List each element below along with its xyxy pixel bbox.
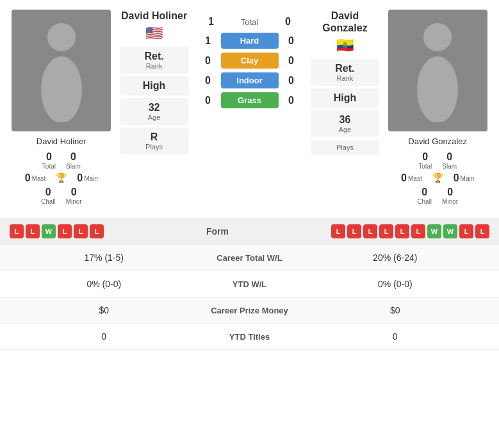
player2-high-box: High	[311, 88, 380, 108]
hard-button[interactable]: Hard	[221, 33, 279, 49]
stats-row: 0YTD Titles0	[0, 324, 499, 350]
form-badge-p2: L	[459, 224, 473, 238]
clay-button[interactable]: Clay	[221, 53, 279, 69]
player2-slam-label: Slam	[442, 163, 457, 170]
trophy-icon-2: 🏆	[432, 172, 443, 184]
total-left: 1	[199, 16, 224, 28]
svg-point-0	[47, 23, 76, 51]
player1-chall-label: Chall	[41, 198, 56, 205]
grass-button[interactable]: Grass	[221, 92, 279, 108]
player1-silhouette	[36, 19, 87, 122]
stats-center-label: Career Total W/L	[199, 253, 301, 263]
form-badge-p1: L	[74, 224, 88, 238]
stats-row: $0Career Prize Money$0	[0, 297, 499, 324]
player1-rank-box: Ret. Rank	[120, 47, 189, 74]
form-badge-p1: W	[42, 224, 56, 238]
form-badge-p2: W	[443, 224, 457, 238]
stats-table: 17% (1-5)Career Total W/L20% (6-24)0% (0…	[0, 245, 499, 350]
player2-trophy-row: 0 Mast 🏆 0 Main	[401, 172, 474, 184]
hard-row: 1 Hard 0	[195, 33, 304, 49]
stats-left-value: 17% (1-5)	[10, 253, 199, 263]
form-badge-p2: L	[379, 224, 393, 238]
svg-point-1	[41, 56, 82, 122]
player1-rank-value: Ret.	[126, 51, 183, 62]
player2-rank-label: Rank	[317, 74, 373, 82]
player1-slam-group: 0 Slam	[66, 151, 81, 170]
player2-minor-group: 0 Minor	[442, 187, 458, 205]
indoor-right: 0	[279, 75, 304, 87]
player2-form-badges: LLLLLLWWLL	[331, 224, 489, 238]
player2-silhouette	[412, 19, 463, 122]
player1-mast-group: 0 Mast	[25, 172, 46, 184]
player1-plays-value: R	[126, 131, 183, 143]
form-badge-p1: L	[90, 224, 104, 238]
player1-slam-label: Slam	[66, 163, 81, 170]
stats-right-value: 0% (0-0)	[301, 279, 490, 289]
form-label: Form	[206, 226, 229, 236]
player1-rank-label: Rank	[126, 62, 183, 70]
clay-left: 0	[195, 55, 221, 67]
player2-chall-value: 0	[417, 187, 432, 198]
player2-plays-box: Plays	[311, 140, 380, 155]
player2-minor-value: 0	[442, 187, 458, 198]
player1-name: David Holiner	[37, 137, 86, 146]
player2-age-value: 36	[317, 114, 373, 126]
hard-right: 0	[279, 35, 304, 47]
stats-left-value: 0% (0-0)	[10, 279, 199, 289]
player2-total-group: 0 Total	[418, 151, 432, 170]
clay-right: 0	[279, 55, 304, 67]
clay-row: 0 Clay 0	[195, 53, 304, 69]
stats-left-value: 0	[10, 331, 199, 342]
stats-row: 17% (1-5)Career Total W/L20% (6-24)	[0, 245, 499, 271]
form-badge-p2: L	[331, 224, 345, 238]
player2-total-label: Total	[418, 163, 432, 170]
player1-slam-value: 0	[66, 151, 81, 163]
player2-chall-label: Chall	[417, 198, 432, 205]
player2-card: David Gonzalez 0 Total 0 Slam 0 Mast 🏆	[382, 10, 493, 205]
player1-chall-group: 0 Chall	[41, 187, 56, 205]
main-container: David Holiner 0 Total 0 Slam 0 Mast 🏆	[0, 0, 499, 350]
player2-flag: 🇪🇨	[336, 37, 354, 54]
player1-card: David Holiner 0 Total 0 Slam 0 Mast 🏆	[6, 10, 117, 205]
player2-main-label: Main	[461, 175, 475, 182]
stats-right-value: 20% (6-24)	[301, 253, 490, 263]
form-badge-p1: L	[10, 224, 24, 238]
player2-name: David Gonzalez	[408, 137, 467, 146]
trophy-icon-1: 🏆	[56, 172, 67, 184]
total-right: 0	[275, 16, 301, 28]
player1-plays-box: R Plays	[120, 128, 189, 154]
stats-left-value: $0	[10, 305, 199, 315]
player1-high-value: High	[126, 80, 183, 92]
svg-point-2	[423, 23, 452, 51]
player1-age-box: 32 Age	[120, 98, 189, 125]
player2-mast-value: 0	[401, 172, 407, 184]
player1-minor-label: Minor	[66, 198, 82, 205]
player2-age-label: Age	[317, 126, 373, 133]
player2-mast-label: Mast	[408, 175, 422, 182]
player2-mast-group: 0 Mast	[401, 172, 422, 184]
form-badge-p2: L	[411, 224, 425, 238]
player1-photo	[12, 10, 111, 131]
player1-main-value: 0	[77, 172, 83, 184]
player1-minor-group: 0 Minor	[66, 187, 82, 205]
player2-name-header: David Gonzalez	[311, 10, 380, 34]
player1-total-value: 0	[42, 151, 56, 163]
form-badge-p2: L	[347, 224, 361, 238]
player1-high-box: High	[120, 76, 189, 95]
player2-main-group: 0 Main	[454, 172, 475, 184]
player1-total-label: Total	[42, 163, 56, 170]
player2-main-value: 0	[454, 172, 459, 184]
player2-slam-value: 0	[442, 151, 457, 163]
total-row: 1 Total 0	[195, 16, 304, 28]
indoor-button[interactable]: Indoor	[221, 72, 279, 88]
player1-name-header: David Holiner	[121, 10, 187, 22]
player2-rank-value: Ret.	[317, 63, 373, 74]
player1-chall-value: 0	[41, 187, 56, 198]
svg-point-3	[417, 56, 458, 122]
player1-flag: 🇺🇸	[145, 25, 163, 42]
player2-minor-label: Minor	[442, 198, 458, 205]
player1-main-stats: 0 Total 0 Slam	[42, 151, 81, 170]
form-badge-p2: L	[395, 224, 409, 238]
stats-center-label: YTD Titles	[199, 332, 301, 342]
player2-chall-minor-row: 0 Chall 0 Minor	[417, 187, 458, 205]
